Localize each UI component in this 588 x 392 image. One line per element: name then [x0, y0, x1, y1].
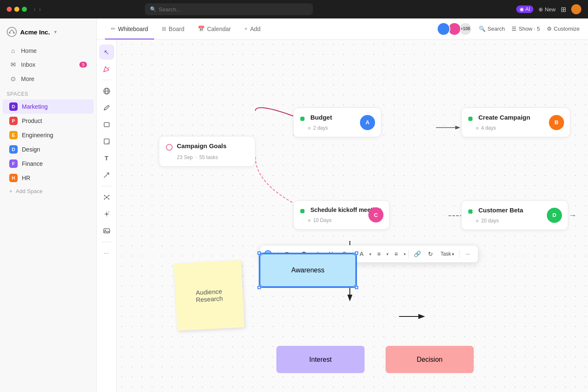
- handle-tr[interactable]: [355, 251, 358, 255]
- add-icon: +: [244, 26, 248, 32]
- maximize-dot[interactable]: [22, 7, 27, 12]
- tool-more[interactable]: ···: [99, 246, 114, 261]
- svg-rect-18: [104, 229, 110, 233]
- font-color-chevron[interactable]: ▾: [369, 252, 371, 256]
- address-text: Search...: [159, 6, 181, 13]
- tool-color-picker[interactable]: [99, 61, 114, 76]
- awareness-label: Awareness: [291, 267, 325, 274]
- marketing-dot: D: [9, 102, 18, 111]
- awareness-box[interactable]: Awareness: [260, 253, 356, 287]
- align-btn[interactable]: ≡: [373, 248, 385, 260]
- sidebar-item-home[interactable]: ⌂ Home: [3, 44, 94, 57]
- show-action[interactable]: ☰ Show · 5: [512, 26, 540, 32]
- brand-name: Acme Inc.: [20, 29, 50, 36]
- svg-line-16: [107, 197, 109, 199]
- tool-rectangle[interactable]: [99, 117, 114, 132]
- meta-icon: ≡: [308, 125, 310, 131]
- board-label: Board: [169, 26, 184, 32]
- search-action[interactable]: 🔍 Search: [479, 26, 505, 32]
- tool-sticky[interactable]: [99, 134, 114, 149]
- interest-label: Interest: [309, 356, 331, 363]
- campaign-goals-card[interactable]: Campaign Goals 23 Sep · 55 tasks: [159, 136, 255, 167]
- sidebar-item-more[interactable]: ⊙ More: [3, 72, 94, 86]
- campaign-goals-title: Campaign Goals: [177, 142, 226, 149]
- list-btn[interactable]: ≡: [390, 248, 402, 260]
- sidebar-item-design[interactable]: D Design: [3, 142, 94, 157]
- sticky-note[interactable]: Audience Research: [174, 260, 244, 331]
- grid-icon[interactable]: ⊞: [561, 5, 566, 13]
- ai-icon: ◉: [520, 6, 524, 12]
- budget-title: Budget: [310, 114, 332, 121]
- handle-br[interactable]: [355, 286, 358, 289]
- svg-rect-6: [104, 123, 109, 127]
- schedule-kickoff-card[interactable]: Schedule kickoff meeting ≡ 10 Days C: [293, 200, 390, 230]
- link-btn[interactable]: 🔗: [411, 248, 423, 260]
- sidebar-item-product[interactable]: P Product: [3, 114, 94, 128]
- board-icon: ⊞: [162, 26, 166, 32]
- decision-box[interactable]: Decision: [386, 346, 474, 373]
- budget-days: 2 days: [313, 125, 328, 131]
- nav-arrows: ‹ ›: [34, 6, 41, 13]
- brand-chevron[interactable]: ▾: [54, 29, 57, 35]
- refresh-btn[interactable]: ↻: [425, 248, 436, 260]
- new-button[interactable]: ⊕ New: [538, 6, 556, 13]
- tool-network[interactable]: [99, 190, 114, 205]
- brand-icon: [7, 27, 17, 37]
- create-campaign-card[interactable]: Create Campaign ≡ 4 days B: [461, 107, 570, 137]
- tab-whiteboard[interactable]: ✏ Whiteboard: [105, 22, 154, 36]
- titlebar: ‹ › 🔍 Search... ◉ AI ⊕ New ⊞: [0, 0, 588, 18]
- customize-action[interactable]: ⚙ Customize: [547, 26, 580, 32]
- meta-icon: ≡: [476, 125, 478, 131]
- sidebar-item-engineering[interactable]: E Engineering: [3, 128, 94, 142]
- design-label: Design: [22, 146, 40, 153]
- svg-line-15: [105, 197, 107, 199]
- tool-select[interactable]: ↖: [99, 44, 114, 60]
- whiteboard-label: Whiteboard: [118, 26, 148, 32]
- minimize-dot[interactable]: [14, 7, 19, 12]
- sidebar-item-inbox[interactable]: ✉ Inbox 9: [3, 57, 94, 72]
- tool-arrow[interactable]: [99, 167, 114, 183]
- handle-bl[interactable]: [257, 286, 261, 289]
- back-arrow[interactable]: ‹: [34, 6, 36, 13]
- tool-sidebar: ↖ T: [97, 39, 117, 392]
- whiteboard-icon: ✏: [111, 26, 116, 32]
- create-campaign-days: 4 days: [481, 125, 496, 131]
- list-chevron[interactable]: ▾: [404, 252, 406, 256]
- customer-beta-card[interactable]: Customer Beta ≡ 20 days D →: [461, 200, 568, 230]
- align-chevron[interactable]: ▾: [386, 252, 388, 256]
- inbox-icon: ✉: [9, 61, 17, 68]
- user-avatar[interactable]: [571, 4, 581, 14]
- tool-text[interactable]: T: [99, 151, 114, 166]
- tool-globe[interactable]: [99, 84, 114, 99]
- address-bar[interactable]: 🔍 Search...: [145, 3, 313, 15]
- ai-button[interactable]: ◉ AI: [516, 5, 533, 13]
- tool-sparkle[interactable]: [99, 206, 114, 222]
- finance-dot: F: [9, 159, 18, 168]
- sidebar-item-hr[interactable]: H HR: [3, 171, 94, 185]
- svg-rect-7: [104, 139, 109, 144]
- create-campaign-title: Create Campaign: [478, 114, 530, 121]
- close-dot[interactable]: [7, 7, 12, 12]
- whiteboard-canvas[interactable]: ↖ T: [97, 39, 588, 392]
- more-btn[interactable]: ···: [462, 248, 474, 260]
- budget-card[interactable]: Budget ≡ 2 days A: [293, 107, 381, 137]
- add-space-button[interactable]: + Add Space: [3, 185, 94, 197]
- task-label: Task: [441, 251, 451, 257]
- window-controls: [7, 7, 27, 12]
- brand[interactable]: Acme Inc. ▾: [0, 24, 96, 44]
- tab-board[interactable]: ⊞ Board: [156, 22, 190, 36]
- continue-arrow: →: [569, 211, 576, 220]
- top-nav: ✏ Whiteboard ⊞ Board 📅 Calendar + Add +1…: [97, 18, 588, 39]
- tool-image[interactable]: [99, 223, 114, 238]
- forward-arrow[interactable]: ›: [39, 6, 41, 13]
- sidebar-item-marketing[interactable]: D Marketing: [3, 99, 94, 114]
- tool-pencil[interactable]: [99, 100, 114, 115]
- sidebar-item-finance[interactable]: F Finance: [3, 157, 94, 171]
- task-btn[interactable]: Task ▾: [438, 248, 457, 260]
- customer-beta-days: 20 days: [481, 218, 499, 224]
- calendar-label: Calendar: [207, 26, 231, 32]
- add-space-label: Add Space: [16, 188, 43, 194]
- tab-calendar[interactable]: 📅 Calendar: [192, 22, 237, 36]
- interest-box[interactable]: Interest: [276, 346, 365, 373]
- tab-add[interactable]: + Add: [239, 22, 267, 36]
